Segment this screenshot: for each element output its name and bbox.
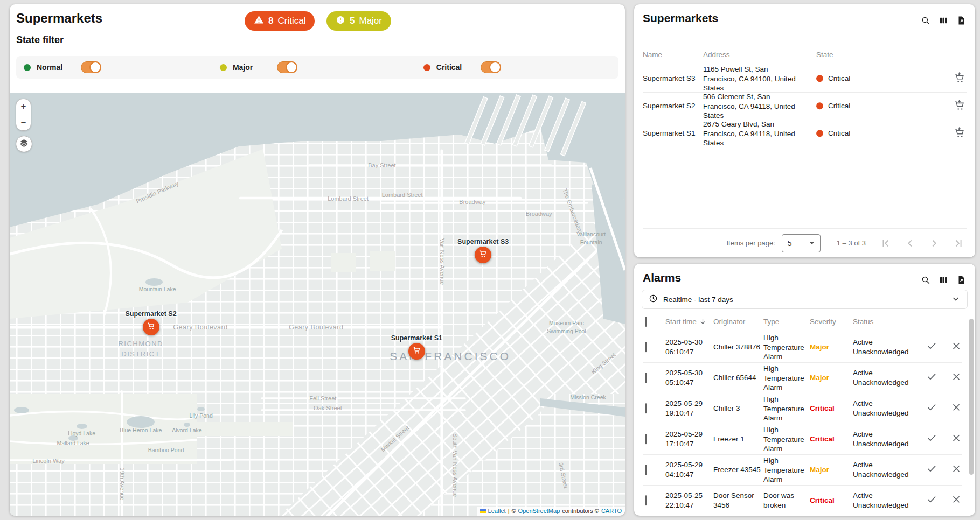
supermarkets-table-body: Supermarket S3 1165 Powell St, San Franc…: [643, 65, 967, 147]
map-markers-layer: Supermarket S3 Supermarket S2 Supermarke…: [10, 93, 625, 516]
items-per-page-select[interactable]: 5: [782, 234, 821, 252]
state-filter-normal: Normal: [24, 56, 101, 79]
alarm-originator: Chiller 65644: [713, 373, 761, 383]
columns-icon[interactable]: [938, 15, 949, 26]
critical-count-badge[interactable]: 8 Critical: [245, 11, 315, 31]
critical-state-dot: [816, 75, 823, 82]
alarm-checkbox[interactable]: [645, 342, 647, 352]
columns-icon[interactable]: [938, 275, 949, 285]
supermarket-name: Supermarket S3: [643, 74, 696, 83]
state-toggle-critical[interactable]: [481, 61, 501, 73]
clear-alarm-button[interactable]: [951, 433, 962, 446]
scrollbar[interactable]: [969, 317, 974, 512]
supermarket-row[interactable]: Supermarket S3 1165 Powell St, San Franc…: [643, 65, 967, 93]
go-to-supermarket-button[interactable]: [954, 72, 965, 86]
chevron-down-icon: [951, 294, 961, 305]
alarm-row[interactable]: 2025-05-30 06:10:47 Chiller 378876 High …: [643, 332, 962, 363]
items-per-page-value: 5: [788, 239, 792, 248]
items-per-page-label: Items per page:: [726, 239, 775, 247]
clear-alarm-button[interactable]: [951, 341, 962, 354]
map-marker-supermarket-s3[interactable]: Supermarket S3: [475, 247, 491, 263]
alarm-checkbox[interactable]: [645, 434, 647, 444]
alarm-checkbox[interactable]: [645, 404, 647, 413]
alarms-title: Alarms: [643, 271, 681, 284]
search-icon[interactable]: [920, 275, 931, 285]
state-filter-label: Critical: [436, 63, 481, 72]
column-header-status: Status: [853, 318, 873, 326]
alarm-status: Active Unacknowledged: [853, 460, 918, 479]
column-header-start-time[interactable]: Start time: [665, 318, 707, 326]
clear-alarm-button[interactable]: [951, 463, 962, 477]
state-filter-bar: Normal Major Critical: [16, 56, 618, 79]
alarm-row[interactable]: 2025-05-29 17:10:47 Freezer 1 High Tempe…: [643, 424, 962, 455]
alarm-start-time: 2025-05-25 22:10:47: [665, 491, 708, 510]
alarm-checkbox[interactable]: [645, 496, 647, 505]
alarms-table-header: Start time Originator Type Severity Stat…: [643, 317, 962, 332]
time-filter-dropdown[interactable]: Realtime - last 7 days: [642, 290, 968, 309]
alarm-type: High Temperature Alarm: [763, 456, 807, 484]
alarm-row[interactable]: 2025-05-29 19:10:47 Chiller 3 High Tempe…: [643, 393, 962, 424]
clear-alarm-button[interactable]: [951, 494, 962, 508]
go-to-supermarket-button[interactable]: [954, 127, 965, 140]
alarm-checkbox[interactable]: [645, 373, 647, 383]
alarm-row[interactable]: 2025-05-30 05:10:47 Chiller 65644 High T…: [643, 363, 962, 393]
supermarkets-table-header: Name Address State: [643, 51, 967, 65]
alarm-row[interactable]: 2025-05-29 04:10:47 Freezer 43545 High T…: [643, 455, 962, 486]
state-filter-label: Normal: [37, 63, 81, 72]
supermarket-address: 1165 Powell St, San Francisco, CA 94108,…: [703, 65, 799, 93]
next-page-button[interactable]: [928, 237, 940, 249]
layers-icon: [19, 138, 29, 150]
search-icon[interactable]: [920, 15, 931, 26]
map-marker-supermarket-s1[interactable]: Supermarket S1: [408, 343, 425, 360]
alarm-originator: Chiller 378876: [713, 342, 761, 352]
last-page-button[interactable]: [953, 237, 964, 249]
state-toggle-normal[interactable]: [81, 61, 101, 73]
alarm-severity: Major: [810, 465, 850, 475]
map[interactable]: Mountain LakePresidio ParkwayLombard Str…: [10, 93, 625, 516]
map-marker-supermarket-s2[interactable]: Supermarket S2: [143, 319, 159, 335]
exclamation-circle-icon: [336, 15, 345, 27]
acknowledge-alarm-button[interactable]: [926, 494, 937, 508]
map-layers-button[interactable]: [16, 136, 32, 152]
select-all-checkbox[interactable]: [645, 318, 647, 326]
sort-descending-icon: [699, 318, 707, 326]
clear-alarm-button[interactable]: [951, 402, 962, 416]
major-count: 5: [350, 16, 355, 26]
clear-alarm-button[interactable]: [951, 371, 962, 385]
alarm-row[interactable]: 2025-05-25 22:10:47 Door Sensor 3456 Doo…: [643, 486, 962, 516]
carto-link[interactable]: CARTO: [601, 508, 622, 514]
map-panel: Supermarkets 8 Critical 5 Major State fi…: [10, 4, 625, 516]
alarm-type: High Temperature Alarm: [763, 364, 807, 392]
supermarkets-table-title: Supermarkets: [643, 12, 718, 25]
openstreetmap-link[interactable]: OpenStreetMap: [518, 508, 560, 514]
supermarket-row[interactable]: Supermarket S1 2675 Geary Blvd, San Fran…: [643, 120, 967, 147]
state-filter-label: Major: [233, 63, 277, 72]
major-count-badge[interactable]: 5 Major: [326, 11, 391, 31]
alarm-severity: Major: [810, 373, 850, 383]
supermarket-state: Critical: [816, 74, 850, 83]
state-dot: [423, 64, 430, 71]
acknowledge-alarm-button[interactable]: [926, 371, 937, 385]
export-file-icon[interactable]: [956, 275, 967, 285]
state-toggle-major[interactable]: [277, 61, 297, 73]
acknowledge-alarm-button[interactable]: [926, 341, 937, 354]
supermarket-row[interactable]: Supermarket S2 506 Clement St, San Franc…: [643, 93, 967, 120]
previous-page-button[interactable]: [904, 237, 916, 249]
critical-state-dot: [816, 130, 823, 137]
acknowledge-alarm-button[interactable]: [926, 433, 937, 446]
scrollbar-thumb[interactable]: [969, 319, 974, 475]
ukraine-flag-icon: [480, 509, 486, 513]
acknowledge-alarm-button[interactable]: [926, 463, 937, 477]
alarm-severity: Critical: [810, 496, 850, 505]
toggle-knob: [489, 61, 501, 73]
first-page-button[interactable]: [880, 237, 892, 249]
zoom-out-button[interactable]: −: [16, 115, 31, 131]
zoom-in-button[interactable]: +: [16, 99, 31, 115]
acknowledge-alarm-button[interactable]: [926, 402, 937, 416]
alarms-table-body: 2025-05-30 06:10:47 Chiller 378876 High …: [643, 332, 962, 516]
cart-icon: [478, 249, 488, 261]
alarm-checkbox[interactable]: [645, 465, 647, 475]
export-file-icon[interactable]: [956, 15, 967, 26]
go-to-supermarket-button[interactable]: [954, 100, 965, 113]
leaflet-link[interactable]: Leaflet: [488, 508, 506, 514]
